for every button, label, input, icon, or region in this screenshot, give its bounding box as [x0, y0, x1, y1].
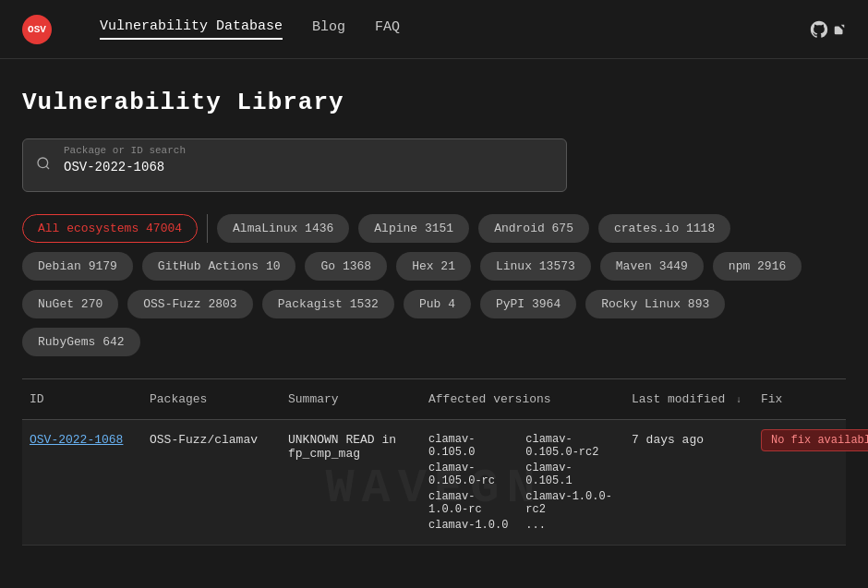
logo[interactable]: OSV — [22, 15, 55, 44]
nav-faq[interactable]: FAQ — [375, 19, 400, 39]
table-header: ID Packages Summary Affected versions La… — [22, 379, 846, 420]
external-link-icon — [833, 23, 846, 36]
col-fix: Fix — [753, 392, 846, 406]
filter-maven[interactable]: Maven 3449 — [600, 252, 704, 281]
row-last-modified: 7 days ago — [624, 433, 753, 447]
affected-list-2: clamav-0.105.0-rc2 clamav-0.105.1 clamav… — [525, 433, 617, 532]
filter-pub[interactable]: Pub 4 — [404, 290, 471, 318]
row-summary: UNKNOWN READ in fp_cmp_mag — [281, 433, 421, 461]
search-value: OSV-2022-1068 — [64, 160, 164, 174]
nav-vulnerability-database[interactable]: Vulnerability Database — [100, 18, 283, 40]
table-row: OSV-2022-1068 OSS-Fuzz/clamav UNKNOWN RE… — [22, 420, 846, 546]
navbar: OSV Vulnerability Database Blog FAQ — [0, 0, 868, 59]
col-packages: Packages — [142, 392, 281, 406]
logo-icon: OSV — [22, 15, 52, 44]
github-icon — [809, 19, 829, 40]
row-fix: No fix available — [753, 433, 846, 447]
filter-hex[interactable]: Hex 21 — [396, 252, 471, 281]
search-container: Package or ID search OSV-2022-1068 — [22, 138, 567, 192]
page-title: Vulnerability Library — [22, 89, 846, 116]
col-id: ID — [22, 392, 142, 406]
filter-linux[interactable]: Linux 13573 — [480, 252, 591, 281]
no-fix-badge: No fix available — [761, 429, 868, 451]
filter-github-actions[interactable]: GitHub Actions 10 — [142, 252, 296, 281]
filter-almalinux[interactable]: AlmaLinux 1436 — [217, 214, 349, 243]
filter-packagist[interactable]: Packagist 1532 — [262, 290, 394, 318]
results-table: ID Packages Summary Affected versions La… — [22, 378, 846, 546]
filter-oss-fuzz[interactable]: OSS-Fuzz 2803 — [127, 290, 252, 318]
affected-list-1: clamav-0.105.0 clamav-0.105.0-rc clamav-… — [428, 433, 514, 532]
row-affected-versions: clamav-0.105.0 clamav-0.105.0-rc clamav-… — [421, 433, 624, 532]
nav-blog[interactable]: Blog — [312, 19, 345, 39]
filter-rocky-linux[interactable]: Rocky Linux 893 — [585, 290, 725, 318]
search-icon — [36, 156, 51, 174]
main-content: Vulnerability Library Package or ID sear… — [0, 59, 868, 546]
filter-nuget[interactable]: NuGet 270 — [22, 290, 118, 318]
filter-go[interactable]: Go 1368 — [305, 252, 387, 281]
filter-debian[interactable]: Debian 9179 — [22, 252, 133, 281]
filter-divider — [207, 214, 208, 243]
github-link[interactable] — [809, 19, 846, 40]
filter-alpine[interactable]: Alpine 3151 — [358, 214, 469, 243]
nav-links: Vulnerability Database Blog FAQ — [100, 18, 809, 40]
search-box[interactable]: Package or ID search OSV-2022-1068 — [22, 138, 567, 192]
row-id[interactable]: OSV-2022-1068 — [22, 433, 142, 447]
filter-android[interactable]: Android 675 — [478, 214, 589, 243]
row-package: OSS-Fuzz/clamav — [142, 433, 281, 447]
filter-npm[interactable]: npm 2916 — [713, 252, 802, 281]
col-affected: Affected versions — [421, 392, 624, 406]
filter-chips: All ecosystems 47004 AlmaLinux 1436 Alpi… — [22, 214, 846, 356]
filter-rubygems[interactable]: RubyGems 642 — [22, 328, 140, 356]
svg-point-0 — [38, 158, 48, 168]
sort-icon: ↓ — [736, 395, 741, 405]
col-summary: Summary — [281, 392, 421, 406]
filter-pypi[interactable]: PyPI 3964 — [480, 290, 576, 318]
col-last-modified[interactable]: Last modified ↓ — [624, 392, 753, 406]
search-placeholder: Package or ID search — [64, 145, 186, 156]
filter-all-ecosystems[interactable]: All ecosystems 47004 — [22, 214, 198, 243]
filter-cratesio[interactable]: crates.io 1118 — [598, 214, 730, 243]
